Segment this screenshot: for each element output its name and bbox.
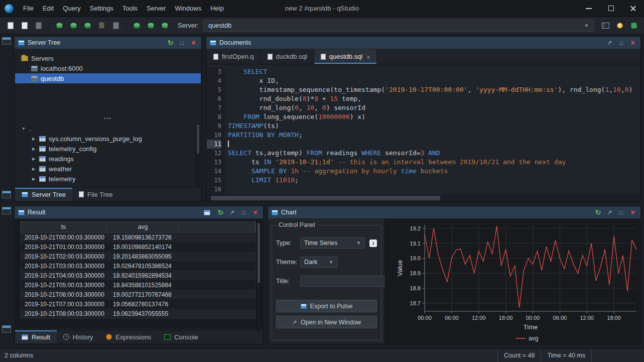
menu-item[interactable]: Query [58,0,85,17]
maximize-panel-icon[interactable]: □ [178,39,186,47]
editor-code[interactable]: SELECT x ID, timestamp_sequence(to_times… [225,67,640,195]
export-to-pulse-button[interactable]: Export to Pulse [276,300,377,312]
minimize-button[interactable] [578,0,600,17]
tab-file-tree[interactable]: File Tree [72,188,119,201]
dock-panel-icon[interactable] [2,207,11,214]
paste-button[interactable] [95,19,108,32]
chart-type-select[interactable]: Time Series ▼ [300,237,365,249]
tree-item-server-localhost[interactable]: localhost:6000 [15,63,201,73]
tree-item-table[interactable]: ▶ telemetry [15,174,201,184]
table-row[interactable]: 2019-10-21T07:00:03.300000 19.0568278013… [21,299,255,309]
splitter-handle[interactable]: ••• [15,115,201,122]
popout-panel-icon[interactable]: ↗ [228,208,236,217]
tips-button[interactable] [613,19,626,32]
expand-arrow-icon[interactable]: ▶ [31,147,36,151]
document-tab[interactable]: questdb.sqlx [314,49,377,64]
menu-item[interactable]: Help [206,0,228,17]
table-row[interactable]: 2019-10-21T05:00:03.300000 18.8435881015… [21,280,255,290]
tree-item-table[interactable]: ▶ telemetry_config [15,144,201,154]
code-editor[interactable]: 345678910111213141516 SELECT x ID, times… [207,64,640,195]
dock-panel-icon[interactable] [2,37,11,45]
refresh-icon[interactable]: ↻ [594,208,602,217]
maximize-panel-icon[interactable]: □ [617,39,625,47]
refresh-icon[interactable]: ↻ [216,208,225,217]
info-icon[interactable]: i [369,239,377,247]
expand-arrow-icon[interactable]: ▶ [31,167,36,171]
table-row[interactable]: 2019-10-21T00:00:03.300000 19.1580981362… [21,232,255,242]
close-panel-icon[interactable]: × [628,39,637,47]
maximize-panel-icon[interactable]: □ [617,208,625,217]
menu-item[interactable]: Tools [118,0,142,17]
menu-item[interactable]: Settings [85,0,118,17]
tree-item-table[interactable]: ▶ sys.column_versions_purge_log [15,134,201,144]
code-line: FROM long_sequence(10000000) x) [228,112,640,122]
close-tab-icon[interactable]: x [366,54,370,60]
chart-theme-select[interactable]: Dark ▼ [300,257,337,268]
tab-expressions[interactable]: Expressions [99,330,158,343]
tab-server-tree[interactable]: Server Tree [15,188,72,201]
scrollbar-thumb[interactable] [211,196,440,200]
table-row[interactable]: 2019-10-21T01:00:03.300000 19.0010988521… [21,242,255,252]
dock-panel-icon[interactable] [2,325,11,333]
result-scrollbar[interactable] [256,221,261,331]
expand-arrow-icon[interactable]: ▶ [31,157,36,161]
open-document-button[interactable] [18,19,31,32]
tree-item-servers-folder[interactable]: Servers [15,53,201,63]
maximize-panel-icon[interactable]: □ [239,208,248,217]
table-row[interactable]: 2019-10-21T03:00:03.300000 19.0264781053… [21,261,255,271]
menu-item[interactable]: Edit [38,0,58,17]
document-tab[interactable]: firstOpen.q [207,49,261,64]
clone-server-button[interactable] [81,19,94,32]
expand-arrow-icon[interactable]: ▶ [31,137,36,141]
close-button[interactable] [622,0,644,17]
expand-arrow-icon[interactable]: ▶ [31,177,36,181]
refresh-server-button[interactable] [131,19,143,32]
menu-item[interactable]: Server [142,0,170,17]
tab-history[interactable]: History [57,330,99,343]
column-header-avg[interactable]: avg [107,222,179,232]
editor-horizontal-scrollbar[interactable] [207,195,640,201]
tree-item-server-questdb[interactable]: questdb [15,73,201,83]
svg-text:18:00: 18:00 [607,315,621,321]
popout-panel-icon[interactable]: ↗ [605,39,614,47]
tree-scrollbar[interactable] [196,123,200,186]
column-header-ts[interactable]: ts [21,222,107,232]
table-row[interactable]: 2019-10-21T02:00:03.300000 19.2014838630… [21,252,255,261]
server-combobox[interactable]: questdb ▼ [203,20,594,32]
open-in-new-window-button[interactable]: ↗ Open in New Window [276,316,377,328]
dock-panel-icon[interactable] [2,191,11,198]
close-panel-icon[interactable]: × [189,39,198,47]
menu-item[interactable]: Windows [170,0,206,17]
export-result-icon[interactable] [204,210,210,215]
chart-title-input[interactable] [300,276,387,287]
code-line: ts IN '2019-10-21;1d' -- this is an inte… [228,158,640,167]
new-document-button[interactable] [4,19,17,32]
edit-server-button[interactable] [67,19,80,32]
save-document-button[interactable] [32,19,45,32]
tree-item-table[interactable]: ▶ readings [15,154,201,164]
collapse-arrow-icon[interactable]: ▼ [21,127,26,131]
minimize-icon [586,8,592,9]
add-server-button[interactable] [53,19,66,32]
table-row[interactable]: 2019-10-21T04:00:03.300000 18.9240159828… [21,271,255,280]
popout-panel-icon[interactable]: ↗ [605,208,614,217]
document-tab[interactable]: duckdb.sql [261,49,314,64]
copy-button[interactable] [109,19,122,32]
tree-item-table[interactable]: ▶ weather [15,164,201,174]
table-row[interactable]: 2019-10-21T08:00:03.300000 19.0623943705… [21,309,255,318]
tab-result[interactable]: Result [15,330,57,343]
window-layout-button[interactable] [599,19,612,32]
connect-server-button[interactable] [159,19,171,32]
maximize-button[interactable] [600,0,622,17]
tab-label: Server Tree [32,191,66,198]
server-settings-button[interactable] [145,19,157,32]
dashboard-button[interactable] [627,19,640,32]
menu-item[interactable]: File [19,0,38,17]
server-tree-panel: Server Tree ↻ □ × Servers localhost:6000… [14,36,202,202]
tab-console[interactable]: Console [158,330,205,343]
close-panel-icon[interactable]: × [251,208,260,217]
close-panel-icon[interactable]: × [628,208,637,217]
tree-item-root[interactable]: ▼ . [15,124,201,134]
table-row[interactable]: 2019-10-21T06:00:03.300000 19.0027721707… [21,290,255,299]
refresh-icon[interactable]: ↻ [166,39,175,47]
